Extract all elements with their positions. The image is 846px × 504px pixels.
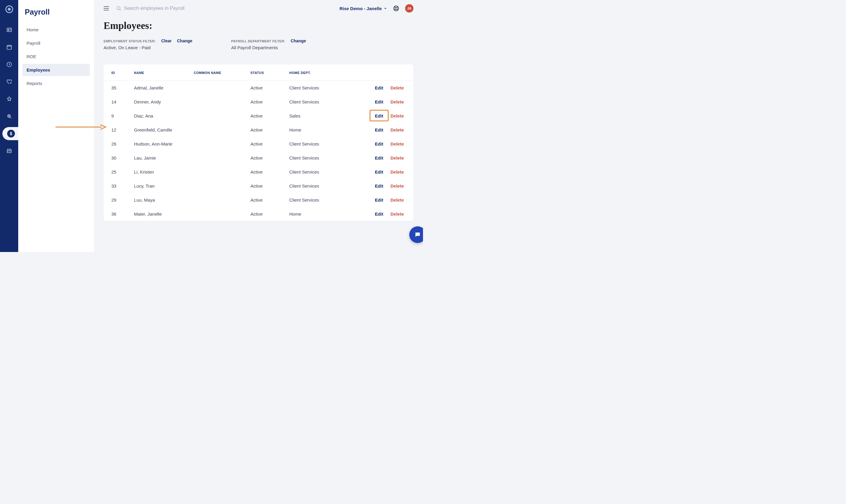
delete-link[interactable]: Delete — [391, 169, 404, 175]
delete-link[interactable]: Delete — [391, 141, 404, 146]
calendar-icon — [6, 44, 12, 50]
delete-link[interactable]: Delete — [391, 197, 404, 202]
edit-link[interactable]: Edit — [375, 99, 383, 104]
cell-home-dept: Client Services — [286, 165, 336, 179]
cell-id: 26 — [104, 137, 131, 151]
cell-name: Greenfield, Camille — [131, 123, 190, 137]
search-input[interactable] — [124, 6, 213, 11]
rail-item-calendar[interactable] — [3, 40, 16, 54]
rail-item-people[interactable] — [3, 23, 16, 36]
delete-link[interactable]: Delete — [391, 127, 404, 132]
edit-link[interactable]: Edit — [375, 169, 383, 175]
main-content: Rise Demo - Janelle JA Employees: EMPLOY… — [94, 0, 423, 252]
cell-home-dept: Client Services — [286, 137, 336, 151]
cell-common-name — [190, 137, 247, 151]
topbar: Rise Demo - Janelle JA — [94, 0, 423, 17]
cell-home-dept: Client Services — [286, 151, 336, 165]
delete-link[interactable]: Delete — [391, 113, 404, 119]
cell-actions: EditDelete — [336, 193, 413, 207]
svg-rect-2 — [7, 45, 11, 49]
cell-actions: EditDelete — [336, 151, 413, 165]
table-row: 26Hudson, Ann-MarieActiveClient Services… — [104, 137, 413, 151]
delete-link[interactable]: Delete — [391, 99, 404, 104]
icon-rail: $ — [0, 0, 18, 252]
col-header-status[interactable]: STATUS — [247, 65, 286, 81]
cell-status: Active — [247, 207, 286, 221]
edit-link[interactable]: Edit — [375, 183, 383, 188]
cell-actions: EditDelete — [336, 81, 413, 95]
shop-icon — [6, 148, 12, 154]
employment-filter-clear[interactable]: Clear — [161, 38, 172, 43]
edit-link[interactable]: Edit — [375, 113, 383, 119]
delete-link[interactable]: Delete — [391, 212, 404, 217]
account-label: Rise Demo - Janelle — [340, 6, 382, 11]
sidebar-item-payroll[interactable]: Payroll — [22, 37, 90, 49]
delete-link[interactable]: Delete — [391, 183, 404, 188]
dollar-icon: $ — [7, 130, 15, 138]
employment-filter-change[interactable]: Change — [177, 38, 192, 43]
table-row: 14Denner, AndyActiveClient ServicesEditD… — [104, 95, 413, 109]
delete-link[interactable]: Delete — [391, 85, 404, 90]
cell-actions: EditDelete — [336, 137, 413, 151]
avatar[interactable]: JA — [405, 4, 413, 13]
chat-button[interactable] — [409, 226, 423, 243]
col-header-common-name[interactable]: COMMON NAME — [190, 65, 247, 81]
cell-status: Active — [247, 151, 286, 165]
table-row: 12Greenfield, CamilleActiveHomeEditDelet… — [104, 123, 413, 137]
chat-icon — [414, 231, 421, 238]
cell-status: Active — [247, 123, 286, 137]
cell-id: 14 — [104, 95, 131, 109]
clock-icon — [6, 61, 12, 67]
cell-actions: EditDelete — [336, 109, 413, 123]
lifebuoy-icon — [393, 5, 399, 12]
cell-id: 25 — [104, 165, 131, 179]
svg-point-8 — [395, 7, 397, 9]
cell-common-name — [190, 81, 247, 95]
menu-toggle-button[interactable] — [104, 6, 109, 11]
col-header-id[interactable]: ID — [104, 65, 131, 81]
cell-actions: EditDelete — [336, 95, 413, 109]
table-row: 35Admal, JanelleActiveClient ServicesEdi… — [104, 81, 413, 95]
cell-id: 35 — [104, 81, 131, 95]
table-row: 36Maier, JanelleActiveHomeEditDelete — [104, 207, 413, 221]
edit-link[interactable]: Edit — [375, 155, 383, 160]
edit-link[interactable]: Edit — [375, 127, 383, 132]
edit-link[interactable]: Edit — [375, 212, 383, 217]
cell-common-name — [190, 207, 247, 221]
cell-id: 30 — [104, 151, 131, 165]
rail-item-reviews[interactable] — [3, 92, 16, 106]
edit-link[interactable]: Edit — [375, 85, 383, 90]
rail-item-time[interactable] — [3, 58, 16, 71]
rail-item-benefits[interactable] — [3, 75, 16, 88]
col-header-name[interactable]: NAME — [131, 65, 190, 81]
cell-actions: EditDelete — [336, 165, 413, 179]
cell-home-dept: Client Services — [286, 193, 336, 207]
cell-name: Luu, Maya — [131, 193, 190, 207]
account-switcher[interactable]: Rise Demo - Janelle — [340, 6, 387, 11]
cell-actions: EditDelete — [336, 207, 413, 221]
table-row: 9Diaz, AnaActiveSalesEditDelete — [104, 109, 413, 123]
edit-link[interactable]: Edit — [375, 197, 383, 202]
sidebar-item-roe[interactable]: ROE — [22, 50, 90, 62]
sidebar-item-home[interactable]: Home — [22, 23, 90, 36]
rail-item-store[interactable] — [3, 144, 16, 158]
star-icon — [6, 96, 12, 102]
cell-common-name — [190, 179, 247, 193]
delete-link[interactable]: Delete — [391, 155, 404, 160]
department-filter-change[interactable]: Change — [291, 38, 306, 43]
rail-item-payroll[interactable]: $ — [2, 127, 21, 140]
cell-common-name — [190, 123, 247, 137]
sidebar-item-reports[interactable]: Reports — [22, 77, 90, 89]
rail-item-recruit[interactable] — [3, 110, 16, 123]
col-header-home-dept[interactable]: HOME DEPT. — [286, 65, 336, 81]
filters: EMPLOYMENT STATUS FILTER: Clear Change A… — [104, 38, 423, 50]
help-button[interactable] — [393, 5, 400, 12]
cell-id: 33 — [104, 179, 131, 193]
svg-point-6 — [117, 6, 120, 10]
edit-link[interactable]: Edit — [375, 141, 383, 146]
employees-table: ID NAME COMMON NAME STATUS HOME DEPT. 35… — [104, 65, 413, 221]
cell-name: Denner, Andy — [131, 95, 190, 109]
sidebar-item-employees[interactable]: Employees — [22, 64, 90, 76]
employees-table-card: ID NAME COMMON NAME STATUS HOME DEPT. 35… — [104, 65, 413, 221]
app-logo-icon[interactable] — [5, 5, 13, 13]
